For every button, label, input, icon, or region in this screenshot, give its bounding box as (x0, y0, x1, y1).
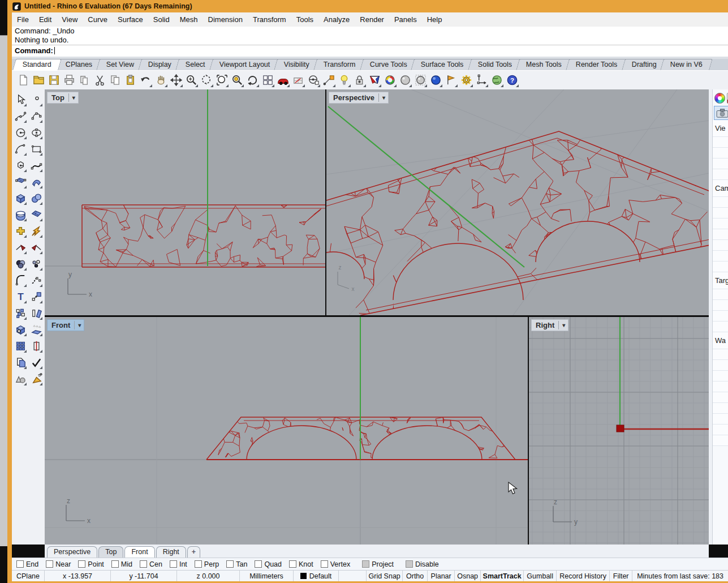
scale-tool-icon[interactable] (28, 289, 44, 305)
trim-tool-icon[interactable] (12, 239, 28, 256)
viewport-right-label[interactable]: Right ▾ (531, 319, 568, 331)
new-file-icon[interactable] (16, 72, 31, 88)
toolbar-tab-visibility[interactable]: Visibility (274, 59, 320, 70)
menu-transform[interactable]: Transform (248, 15, 291, 24)
split-tool-icon[interactable] (28, 239, 44, 256)
curve-handle-tool-icon[interactable] (28, 157, 44, 174)
lightbulb-icon[interactable] (337, 72, 352, 88)
set-view-icon[interactable] (306, 72, 321, 88)
osnap-int[interactable]: Int (170, 560, 187, 568)
status-layer[interactable]: Default (294, 571, 339, 581)
menu-mesh[interactable]: Mesh (175, 15, 203, 24)
toolbar-tab-transform[interactable]: Transform (313, 59, 365, 70)
toolbar-tab-drafting[interactable]: Drafting (622, 59, 667, 70)
checkbox[interactable] (362, 560, 369, 568)
toolbar-tab-set-view[interactable]: Set View (96, 59, 144, 70)
arc-tool-icon[interactable] (12, 141, 28, 157)
toolbar-tab-solid-tools[interactable]: Solid Tools (468, 59, 522, 70)
shaded-view-icon[interactable] (367, 72, 382, 88)
status-toggle-planar[interactable]: Planar (428, 571, 455, 581)
layers-tool-icon[interactable] (12, 354, 28, 371)
checkbox[interactable] (111, 560, 119, 568)
lock-icon[interactable] (352, 72, 367, 88)
viewport-perspective[interactable]: Perspective ▾ zx (326, 89, 709, 315)
viewport-tab-right[interactable]: Right (156, 546, 186, 558)
viewport-tab-top[interactable]: Top (98, 546, 123, 558)
cylinder-tool-icon[interactable] (12, 207, 28, 223)
chevron-down-icon[interactable]: ▾ (71, 95, 77, 101)
open-file-icon[interactable] (31, 72, 46, 88)
group-tool-icon[interactable] (28, 256, 44, 272)
options-gear-icon[interactable] (459, 72, 474, 88)
blend-curve-tool-icon[interactable] (28, 272, 44, 289)
osnap-disable[interactable]: Disable (406, 560, 439, 568)
print-icon[interactable] (62, 72, 77, 88)
surface-loft-tool-icon[interactable] (28, 174, 44, 190)
leader-icon[interactable] (321, 72, 337, 88)
undo-icon[interactable] (138, 72, 153, 88)
toolbar-tab-new-in-v6[interactable]: New in V6 (661, 59, 713, 70)
osnap-perp[interactable]: Perp (195, 560, 219, 568)
cplane-icon[interactable] (291, 72, 306, 88)
viewport-front-label[interactable]: Front ▾ (47, 319, 84, 331)
status-toggle-filter[interactable]: Filter (610, 571, 632, 581)
checkbox[interactable] (16, 560, 24, 568)
checkbox[interactable] (78, 560, 85, 568)
copy-objects-tool-icon[interactable] (12, 305, 28, 321)
extrude-tool-icon[interactable] (28, 321, 44, 338)
mesh-surface-tool-icon[interactable] (28, 207, 44, 223)
text-tool-icon[interactable]: TT (12, 289, 28, 305)
point-tool-icon[interactable] (28, 92, 44, 108)
menu-curve[interactable]: Curve (83, 15, 113, 24)
rotate-view-icon[interactable] (245, 72, 260, 88)
sphere-display-icon[interactable] (398, 72, 413, 88)
shear-tool-icon[interactable] (28, 305, 44, 321)
pan-view-icon[interactable] (153, 72, 169, 88)
car-icon[interactable] (275, 72, 291, 88)
solid-cube-tool-icon[interactable] (12, 321, 28, 338)
zoom-window-icon[interactable] (214, 72, 230, 88)
command-input[interactable]: Command: (12, 45, 728, 56)
circle-tool-icon[interactable] (12, 125, 28, 141)
section-tool-icon[interactable] (28, 338, 44, 354)
osnap-mid[interactable]: Mid (111, 560, 132, 568)
osnap-near[interactable]: Near (46, 560, 71, 568)
viewport-front[interactable]: Front ▾ zx (45, 317, 528, 545)
box-tool-icon[interactable] (12, 190, 28, 207)
copy-icon[interactable] (107, 72, 123, 88)
spotlight-icon[interactable] (443, 72, 459, 88)
checkbox[interactable] (289, 560, 296, 568)
viewport-tab-perspective[interactable]: Perspective (47, 546, 97, 558)
curve-interpolate-tool-icon[interactable] (12, 108, 28, 125)
boolean-tool-icon[interactable] (12, 223, 28, 239)
menu-tools[interactable]: Tools (291, 15, 318, 24)
cut-icon[interactable] (92, 72, 107, 88)
blend-spheres-tool-icon[interactable] (12, 256, 28, 272)
menu-solid[interactable]: Solid (148, 15, 175, 24)
checkbox[interactable] (321, 560, 328, 568)
status-units[interactable]: Millimeters (240, 571, 294, 581)
render-wheel-icon[interactable] (382, 72, 398, 88)
toolbar-tab-curve-tools[interactable]: Curve Tools (360, 59, 417, 70)
viewport-top[interactable]: Top ▾ yx (45, 89, 325, 315)
toolbar-tab-display[interactable]: Display (138, 59, 182, 70)
toolbar-tab-render-tools[interactable]: Render Tools (566, 59, 627, 70)
ellipse-tool-icon[interactable] (28, 125, 44, 141)
command-history[interactable]: Command: _Undo Nothing to undo. Command: (12, 27, 728, 57)
zoom-dynamic-icon[interactable] (199, 72, 214, 88)
status-toggle-record-history[interactable]: Record History (557, 571, 610, 581)
status-toggle-smarttrack[interactable]: SmartTrack (481, 571, 524, 581)
curve-control-tool-icon[interactable] (28, 108, 44, 125)
osnap-vertex[interactable]: Vertex (321, 560, 350, 568)
menu-help[interactable]: Help (422, 15, 447, 24)
status-toggle-grid-snap[interactable]: Grid Snap (367, 571, 403, 581)
toolbar-tab-mesh-tools[interactable]: Mesh Tools (516, 59, 572, 70)
rendered-display-icon[interactable] (428, 72, 443, 88)
menu-view[interactable]: View (57, 15, 83, 24)
checkbox[interactable] (226, 560, 234, 568)
checkbox[interactable] (140, 560, 147, 568)
status-toggle-gumball[interactable]: Gumball (524, 571, 557, 581)
surface-points-tool-icon[interactable] (12, 174, 28, 190)
paste-icon[interactable] (123, 72, 138, 88)
menu-file[interactable]: File (12, 15, 34, 24)
